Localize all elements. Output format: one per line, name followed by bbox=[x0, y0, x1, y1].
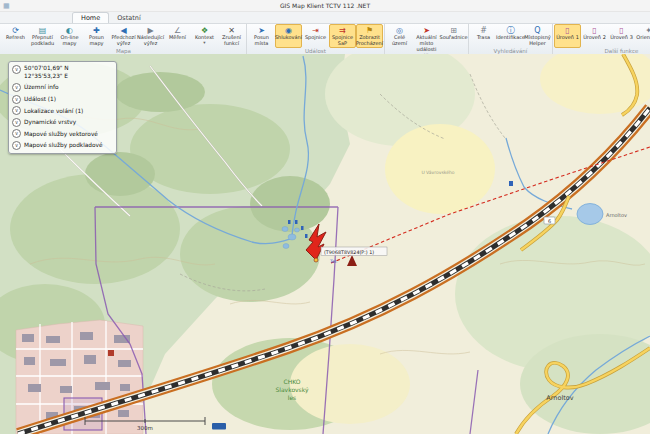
online-maps-button[interactable]: ◐ On-line mapy bbox=[56, 24, 83, 48]
map-viewport[interactable]: 6 (T9068T8V824(P:) 1) Tel: CHKO bbox=[0, 54, 650, 434]
show-browsing-button[interactable]: ⚑ Zobrazit Procházení bbox=[356, 24, 383, 48]
chevron-down-icon: ∨ bbox=[12, 141, 21, 150]
map-attribution-chip bbox=[212, 423, 226, 430]
ribbon-group-vyrez: ◎ Celé území ➤ Aktuální místo události ⊞… bbox=[385, 24, 469, 55]
context-button[interactable]: ❖ Kontext ▾ bbox=[191, 24, 218, 48]
chevron-down-icon: ∨ bbox=[12, 118, 21, 127]
chevron-down-icon: ▾ bbox=[203, 41, 205, 45]
move-place-button[interactable]: ➤ Posun místa bbox=[248, 24, 275, 48]
ribbon-group-vyhledavani: # Trasa ⓘ Identifikace Q Místopisný Help… bbox=[469, 24, 553, 55]
orientation-button[interactable]: ✦ Orientace bbox=[635, 24, 650, 48]
layers-panel: ∨ 50°07'01,69" N 12°35'53,23" E ∨ Územní… bbox=[8, 61, 117, 154]
tab-ostatni[interactable]: Ostatní bbox=[109, 13, 149, 24]
basemap-switch-button[interactable]: ▤ Přepnutí podkladu bbox=[29, 24, 56, 48]
layer-basemap-services[interactable]: ∨ Mapové služby podkladové bbox=[12, 140, 113, 152]
ribbon-tabs: Home Ostatní bbox=[0, 12, 650, 23]
title-bar: ▦ GIS Map Klient TCTV 112 .NET bbox=[0, 0, 650, 12]
svg-text:(T9068T8V824(P:) 1): (T9068T8V824(P:) 1) bbox=[324, 250, 374, 255]
svg-text:6: 6 bbox=[548, 218, 551, 224]
poi-on-line bbox=[509, 181, 513, 186]
refresh-button[interactable]: ⟳ Refresh bbox=[2, 24, 29, 48]
previous-extent-button[interactable]: ◀ Předchozí výřez bbox=[110, 24, 137, 48]
chko-label-3: les bbox=[288, 394, 296, 401]
layer-vector-services[interactable]: ∨ Mapové služby vektorové bbox=[12, 128, 113, 140]
village-label-north: Arnoltov bbox=[606, 212, 627, 218]
layer-call-localization[interactable]: ∨ Lokalizace volání (1) bbox=[12, 105, 113, 117]
cancel-functions-button[interactable]: ✕ Zrušení funkcí bbox=[218, 24, 245, 48]
chevron-down-icon: ∨ bbox=[12, 65, 21, 74]
layer-coordinates[interactable]: ∨ 50°07'01,69" N 12°35'53,23" E bbox=[12, 64, 113, 82]
clustering-button[interactable]: ◉ Shlukování bbox=[275, 24, 302, 48]
layer-event[interactable]: ∨ Událost (1) bbox=[12, 93, 113, 105]
next-extent-button[interactable]: ▶ Následující výřez bbox=[137, 24, 164, 48]
coordinate-lat: 50°07'01,69" N bbox=[24, 65, 69, 73]
chevron-down-icon: ∨ bbox=[12, 129, 21, 138]
app-icon: ▦ bbox=[3, 2, 10, 10]
ribbon: ⟳ Refresh ▤ Přepnutí podkladu ◐ On-line … bbox=[0, 23, 650, 56]
route-button[interactable]: # Trasa bbox=[470, 24, 497, 48]
identify-button[interactable]: ⓘ Identifikace bbox=[497, 24, 524, 48]
level-3-button[interactable]: ▯ Úroveň 3 bbox=[608, 24, 635, 48]
level-2-button[interactable]: ▯ Úroveň 2 bbox=[581, 24, 608, 48]
layer-territorial-info[interactable]: ∨ Územní info bbox=[12, 82, 113, 94]
gazetteer-helper-button[interactable]: Q Místopisný Helper bbox=[524, 24, 551, 48]
window-title: GIS Map Klient TCTV 112 .NET bbox=[280, 2, 370, 9]
tab-home[interactable]: Home bbox=[72, 12, 109, 24]
ribbon-group-mapa: ⟳ Refresh ▤ Přepnutí podkladu ◐ On-line … bbox=[1, 24, 247, 55]
coordinate-lon: 12°35'53,23" E bbox=[24, 73, 69, 81]
chko-label-1: CHKO bbox=[283, 378, 300, 385]
app-window: ▦ GIS Map Klient TCTV 112 .NET Home Osta… bbox=[0, 0, 650, 434]
coordinates-button[interactable]: ⊞ Souřadnice bbox=[440, 24, 467, 53]
measure-button[interactable]: ∠ Měření bbox=[164, 24, 191, 48]
whole-area-button[interactable]: ◎ Celé území bbox=[386, 24, 413, 53]
level-1-button[interactable]: ▯ Úroveň 1 bbox=[554, 24, 581, 48]
ribbon-group-udalost: ➤ Posun místa ◉ Shlukování ⇥ Spojnice ⇉ … bbox=[247, 24, 385, 55]
layer-dynamic-layers[interactable]: ∨ Dynamické vrstvy bbox=[12, 116, 113, 128]
scale-label: 300m bbox=[137, 425, 153, 431]
ribbon-group-dalsi-funkce: ▯ Úroveň 1 ▯ Úroveň 2 ▯ Úroveň 3 ✦ Orien… bbox=[553, 24, 650, 55]
current-event-location-button[interactable]: ➤ Aktuální místo události bbox=[413, 24, 440, 53]
chko-label-2: Slavkovský bbox=[275, 386, 309, 394]
pan-map-button[interactable]: ✚ Posun mapy bbox=[83, 24, 110, 48]
connector-button[interactable]: ⇥ Spojnice bbox=[302, 24, 329, 48]
chevron-down-icon: ∨ bbox=[12, 95, 21, 104]
chevron-down-icon: ∨ bbox=[12, 106, 21, 115]
road-shield: 6 bbox=[544, 217, 555, 224]
lake bbox=[577, 204, 603, 225]
connector-sap-button[interactable]: ⇉ Spojnice SaP bbox=[329, 24, 356, 48]
hill-label: U Vávrovského bbox=[421, 170, 454, 175]
svg-text:Tel:: Tel: bbox=[329, 259, 338, 264]
village-label-south: Arnoltov bbox=[546, 394, 573, 402]
chevron-down-icon: ∨ bbox=[12, 83, 21, 92]
